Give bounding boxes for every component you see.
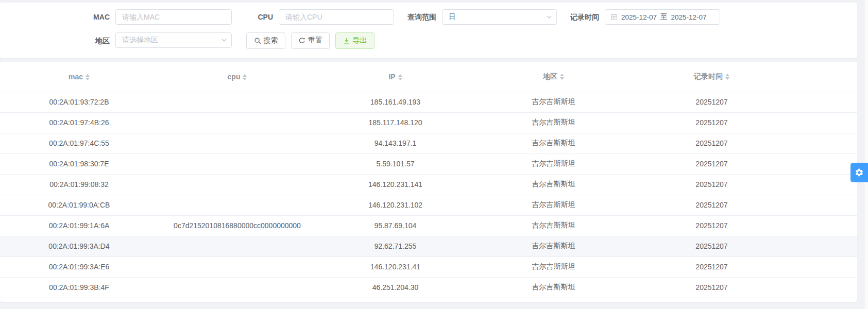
column-header-filler bbox=[791, 62, 857, 92]
cell-mac: 00:2A:01:93:72:2B bbox=[0, 92, 158, 112]
table-row[interactable]: 00:2A:01:99:3B:4F46.251.204.30吉尔吉斯斯坦2025… bbox=[0, 277, 857, 298]
cell-region: 吉尔吉斯斯坦 bbox=[474, 133, 633, 153]
cell-cpu bbox=[158, 133, 316, 153]
cell-time: 20251207 bbox=[633, 92, 791, 112]
sort-caret-icon[interactable] bbox=[86, 74, 90, 80]
date-start-value: 2025-12-07 bbox=[621, 13, 657, 21]
column-header-label: 记录时间 bbox=[694, 72, 723, 80]
cell-filler bbox=[791, 174, 857, 195]
table-body: 00:2A:01:93:72:2B185.161.49.193吉尔吉斯斯坦202… bbox=[0, 92, 857, 298]
cell-region: 吉尔吉斯斯坦 bbox=[474, 195, 633, 215]
cell-ip: 185.117.148.120 bbox=[316, 112, 474, 133]
download-icon bbox=[343, 37, 350, 44]
table-row[interactable]: 00:2A:01:99:0A:CB146.120.231.102吉尔吉斯斯坦20… bbox=[0, 195, 857, 215]
cell-filler bbox=[791, 215, 857, 236]
cell-region: 吉尔吉斯斯坦 bbox=[474, 112, 633, 133]
cell-time: 20251207 bbox=[633, 195, 791, 215]
cell-cpu bbox=[158, 195, 316, 215]
query-range-label: 查询范围 bbox=[385, 9, 436, 25]
table-row[interactable]: 00:2A:01:99:08:32146.120.231.141吉尔吉斯斯坦20… bbox=[0, 174, 857, 195]
sort-caret-icon[interactable] bbox=[398, 74, 402, 80]
cell-filler bbox=[791, 133, 857, 153]
cell-time: 20251207 bbox=[633, 112, 791, 133]
cell-filler bbox=[791, 256, 857, 277]
cell-ip: 46.251.204.30 bbox=[316, 277, 474, 298]
results-table: maccpuIP地区记录时间 00:2A:01:93:72:2B185.161.… bbox=[0, 62, 857, 298]
table-row[interactable]: 00:2A:01:99:3A:D492.62.71.255吉尔吉斯斯坦20251… bbox=[0, 236, 857, 256]
cell-mac: 00:2A:01:99:3A:D4 bbox=[0, 236, 158, 256]
export-button[interactable]: 导出 bbox=[335, 32, 375, 49]
query-range-value: 日 bbox=[449, 12, 456, 22]
column-header-label: IP bbox=[388, 73, 395, 81]
results-table-panel: maccpuIP地区记录时间 00:2A:01:93:72:2B185.161.… bbox=[0, 62, 857, 302]
cell-ip: 146.120.231.102 bbox=[316, 195, 474, 215]
cell-ip: 146.120.231.41 bbox=[316, 256, 474, 277]
cell-ip: 5.59.101.57 bbox=[316, 153, 474, 174]
column-header-mac[interactable]: mac bbox=[0, 62, 158, 92]
region-select[interactable]: 请选择地区 bbox=[115, 32, 232, 48]
cpu-field-label: CPU bbox=[222, 9, 273, 25]
cell-time: 20251207 bbox=[633, 256, 791, 277]
column-header-label: cpu bbox=[228, 73, 241, 81]
cell-region: 吉尔吉斯斯坦 bbox=[474, 215, 633, 236]
search-button[interactable]: 搜索 bbox=[246, 32, 285, 49]
reset-button[interactable]: 重置 bbox=[291, 32, 330, 49]
cell-cpu bbox=[158, 92, 316, 112]
gear-icon bbox=[855, 168, 864, 177]
cell-mac: 00:2A:01:98:30:7E bbox=[0, 153, 158, 174]
mac-input[interactable] bbox=[115, 9, 232, 25]
refresh-icon bbox=[298, 37, 305, 44]
query-range-select[interactable]: 日 bbox=[442, 9, 557, 25]
table-row[interactable]: 00:2A:01:97:4B:26185.117.148.120吉尔吉斯斯坦20… bbox=[0, 112, 857, 133]
cell-time: 20251207 bbox=[633, 174, 791, 195]
cell-cpu bbox=[158, 256, 316, 277]
cell-cpu bbox=[158, 153, 316, 174]
cell-filler bbox=[791, 112, 857, 133]
cell-region: 吉尔吉斯斯坦 bbox=[474, 174, 633, 195]
record-time-label: 记录时间 bbox=[548, 9, 599, 25]
cell-filler bbox=[791, 236, 857, 256]
cell-ip: 146.120.231.141 bbox=[316, 174, 474, 195]
cell-region: 吉尔吉斯斯坦 bbox=[474, 256, 633, 277]
date-separator: 至 bbox=[660, 12, 668, 22]
cell-mac: 00:2A:01:99:3A:E6 bbox=[0, 256, 158, 277]
mac-field-label: MAC bbox=[52, 9, 110, 25]
column-header-region[interactable]: 地区 bbox=[474, 62, 633, 92]
cell-ip: 95.87.69.104 bbox=[316, 215, 474, 236]
table-row[interactable]: 00:2A:01:99:3A:E6146.120.231.41吉尔吉斯斯坦202… bbox=[0, 256, 857, 277]
table-row[interactable]: 00:2A:01:97:4C:5594.143.197.1吉尔吉斯斯坦20251… bbox=[0, 133, 857, 153]
cell-filler bbox=[791, 195, 857, 215]
cell-region: 吉尔吉斯斯坦 bbox=[474, 153, 633, 174]
reset-button-label: 重置 bbox=[308, 36, 322, 45]
column-header-ip[interactable]: IP bbox=[316, 62, 474, 92]
cell-cpu: 0c7d2152010816880000cc0000000000 bbox=[158, 215, 316, 236]
theme-settings-button[interactable] bbox=[850, 163, 868, 182]
vertical-scrollbar[interactable] bbox=[864, 0, 868, 309]
cell-mac: 00:2A:01:97:4C:55 bbox=[0, 133, 158, 153]
cpu-input[interactable] bbox=[279, 9, 394, 25]
sort-caret-icon[interactable] bbox=[243, 74, 247, 80]
cell-time: 20251207 bbox=[633, 215, 791, 236]
cell-time: 20251207 bbox=[633, 153, 791, 174]
cell-time: 20251207 bbox=[633, 277, 791, 298]
cell-ip: 185.161.49.193 bbox=[316, 92, 474, 112]
table-row[interactable]: 00:2A:01:99:1A:6A0c7d2152010816880000cc0… bbox=[0, 215, 857, 236]
table-header-row: maccpuIP地区记录时间 bbox=[0, 62, 857, 92]
column-header-cpu[interactable]: cpu bbox=[158, 62, 316, 92]
export-button-label: 导出 bbox=[353, 36, 367, 45]
cell-mac: 00:2A:01:99:3B:4F bbox=[0, 277, 158, 298]
sort-caret-icon[interactable] bbox=[560, 74, 564, 80]
cell-mac: 00:2A:01:97:4B:26 bbox=[0, 112, 158, 133]
column-header-time[interactable]: 记录时间 bbox=[633, 62, 791, 92]
calendar-icon bbox=[610, 13, 618, 21]
cell-filler bbox=[791, 153, 857, 174]
table-row[interactable]: 00:2A:01:98:30:7E5.59.101.57吉尔吉斯斯坦202512… bbox=[0, 153, 857, 174]
record-time-range-picker[interactable]: 2025-12-07 至 2025-12-07 bbox=[605, 9, 720, 25]
sort-caret-icon[interactable] bbox=[725, 74, 729, 80]
column-header-label: mac bbox=[69, 73, 83, 81]
cell-region: 吉尔吉斯斯坦 bbox=[474, 236, 633, 256]
cell-ip: 94.143.197.1 bbox=[316, 133, 474, 153]
cell-cpu bbox=[158, 174, 316, 195]
search-icon bbox=[254, 37, 261, 44]
table-row[interactable]: 00:2A:01:93:72:2B185.161.49.193吉尔吉斯斯坦202… bbox=[0, 92, 857, 112]
